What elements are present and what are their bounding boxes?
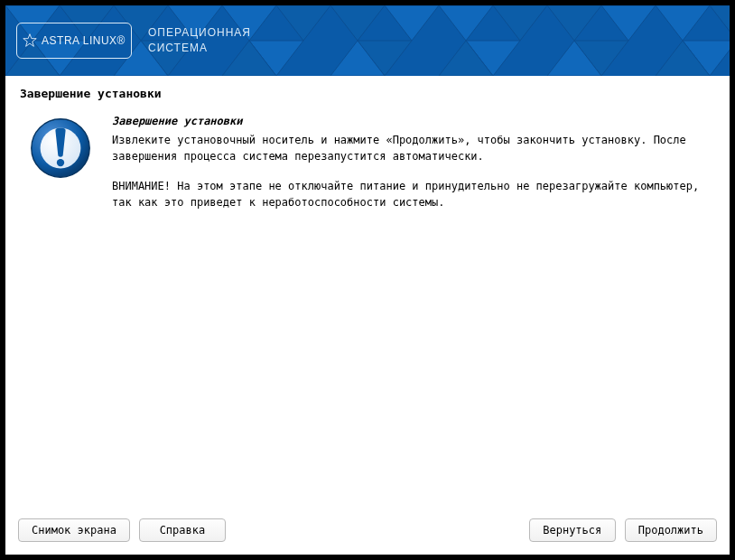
svg-marker-29 [23,34,36,47]
message-text: Завершение установки Извлеките установоч… [112,113,715,224]
svg-point-32 [57,159,64,166]
brand-subtitle: ОПЕРАЦИОННАЯ СИСТЕМА [148,25,251,56]
message-paragraph-2: ВНИМАНИЕ! На этом этапе не отключайте пи… [112,178,715,211]
help-button[interactable]: Справка [139,518,226,542]
footer-buttons: Снимок экрана Справка Вернуться Продолжи… [5,509,730,555]
page-title: Завершение установки [20,87,715,100]
body-row: Завершение установки Извлеките установоч… [20,113,715,224]
back-button[interactable]: Вернуться [529,518,616,542]
footer-spacer [235,518,520,542]
star-icon [23,33,37,48]
logo-text: ASTRA LINUX® [42,34,126,47]
brand-subtitle-line2: СИСТЕМА [148,41,251,56]
brand-subtitle-line1: ОПЕРАЦИОННАЯ [148,25,251,41]
content-area: Завершение установки [5,76,730,509]
logo-badge: ASTRA LINUX® [16,23,132,59]
installer-window: ASTRA LINUX® ОПЕРАЦИОННАЯ СИСТЕМА Заверш… [5,5,730,555]
message-paragraph-1: Извлеките установочный носитель и нажмит… [112,132,715,165]
header-banner: ASTRA LINUX® ОПЕРАЦИОННАЯ СИСТЕМА [5,5,730,76]
message-subheading: Завершение установки [112,113,715,130]
screenshot-button[interactable]: Снимок экрана [18,518,130,542]
continue-button[interactable]: Продолжить [625,518,717,542]
info-icon [29,117,92,180]
logo-container: ASTRA LINUX® ОПЕРАЦИОННАЯ СИСТЕМА [16,23,251,59]
